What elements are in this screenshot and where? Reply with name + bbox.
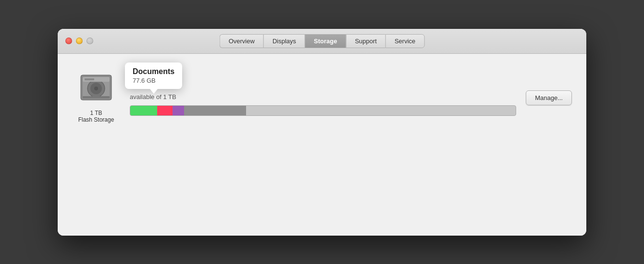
- drive-subtitle: available of 1 TB: [130, 93, 516, 101]
- about-this-mac-window: Overview Displays Storage Support Servic…: [58, 29, 586, 236]
- minimize-button[interactable]: [76, 38, 83, 44]
- tooltip-value: 77.6 GB: [133, 77, 174, 84]
- maximize-button[interactable]: [87, 38, 93, 44]
- tab-bar: Overview Displays Storage Support Servic…: [220, 34, 425, 48]
- storage-content: Documents 77.6 GB: [58, 54, 586, 236]
- tab-storage[interactable]: Storage: [305, 34, 346, 48]
- drive-size-label: 1 TB: [90, 110, 102, 116]
- tooltip-title: Documents: [133, 67, 174, 76]
- storage-info: HD available of 1 TB: [130, 75, 516, 116]
- close-button[interactable]: [65, 38, 72, 44]
- segment-apps: [157, 106, 173, 115]
- segment-documents: [130, 106, 157, 115]
- svg-rect-6: [85, 78, 94, 80]
- titlebar: Overview Displays Storage Support Servic…: [58, 29, 586, 54]
- svg-rect-7: [83, 96, 110, 98]
- documents-tooltip: Documents 77.6 GB: [125, 63, 182, 89]
- traffic-lights: [65, 38, 93, 44]
- manage-button-container: Manage...: [526, 86, 572, 105]
- tab-service[interactable]: Service: [385, 34, 424, 48]
- tab-support[interactable]: Support: [346, 34, 385, 48]
- svg-point-4: [94, 87, 98, 90]
- segment-used: [184, 106, 246, 115]
- tab-overview[interactable]: Overview: [220, 34, 263, 48]
- storage-progress-bar: [130, 105, 516, 116]
- drive-title: HD: [130, 80, 516, 90]
- drive-icon: [77, 68, 115, 107]
- drive-icon-container: 1 TB Flash Storage: [72, 68, 120, 123]
- drive-type-label: Flash Storage: [78, 116, 114, 123]
- manage-button[interactable]: Manage...: [526, 90, 572, 105]
- tab-displays[interactable]: Displays: [263, 34, 305, 48]
- segment-other: [173, 106, 184, 115]
